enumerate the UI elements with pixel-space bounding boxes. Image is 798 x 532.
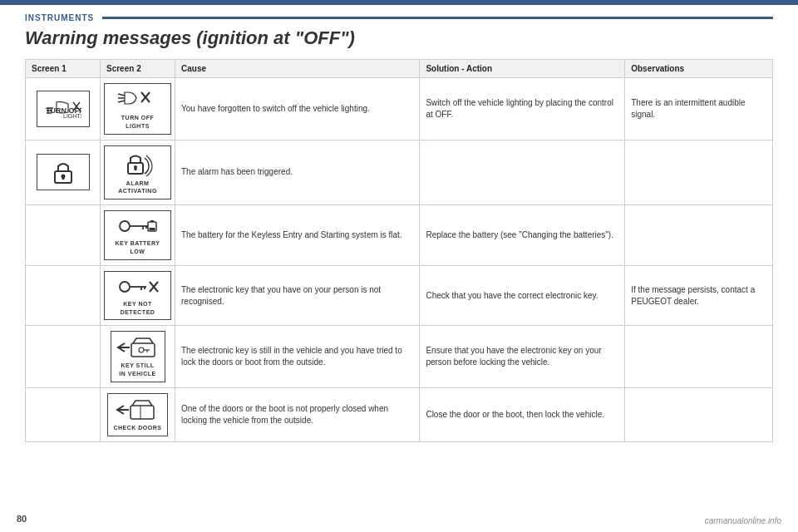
cause-cell: The battery for the Keyless Entry and St… <box>175 205 420 266</box>
screen2-cell: ALARM ACTIVATING <box>101 140 175 205</box>
screen2-cell: KEY BATTERY LOW <box>101 205 175 266</box>
observations-cell: If the message persists, contact a PEUGE… <box>625 265 773 326</box>
warning-table: Screen 1 Screen 2 Cause Solution - Actio… <box>25 59 773 442</box>
screen2-cell: KEY NOT DETECTED <box>101 265 175 326</box>
svg-line-7 <box>118 94 125 96</box>
svg-point-25 <box>120 282 130 292</box>
table-row: KEY BATTERY LOW The battery for the Keyl… <box>26 205 773 266</box>
observations-cell <box>625 326 773 388</box>
table-row: KEY STILLIN VEHICLE The electronic key i… <box>26 326 773 388</box>
observations-cell <box>625 140 773 205</box>
svg-rect-32 <box>131 343 155 357</box>
svg-text:LIGHTS: LIGHTS <box>63 113 81 119</box>
section-label: Instruments <box>25 13 773 22</box>
page-number: 80 <box>17 514 27 524</box>
screen1-cell <box>26 140 101 205</box>
solution-cell: Check that you have the correct electron… <box>420 265 625 326</box>
screen1-cell <box>26 387 101 441</box>
cause-cell: You have forgotten to switch off the veh… <box>175 78 420 140</box>
solution-cell: Close the door or the boot, then lock th… <box>420 387 625 441</box>
solution-cell: Replace the battery (see "Changing the b… <box>420 205 625 266</box>
bottom-logo: carmanualonline.info <box>705 516 781 525</box>
col-screen2: Screen 2 <box>101 60 175 78</box>
svg-rect-14 <box>62 176 64 180</box>
table-header-row: Screen 1 Screen 2 Cause Solution - Actio… <box>26 60 773 78</box>
svg-rect-23 <box>150 220 154 222</box>
col-screen1: Screen 1 <box>26 60 101 78</box>
table-row: KEY NOT DETECTED The electronic key that… <box>26 265 773 326</box>
cause-cell: The electronic key is still in the vehic… <box>175 326 420 388</box>
col-observations: Observations <box>625 60 773 78</box>
screen1-cell <box>26 205 101 266</box>
solution-cell: Ensure that you have the electronic key … <box>420 326 625 388</box>
screen1-cell: TURN OFF LIGHTS <box>26 78 101 140</box>
svg-rect-17 <box>134 167 136 170</box>
col-solution: Solution - Action <box>420 60 625 78</box>
table-row: ALARM ACTIVATING The alarm has been trig… <box>26 140 773 205</box>
page-content: Instruments Warning messages (ignition a… <box>0 5 798 451</box>
section-text: Instruments <box>25 13 94 22</box>
col-cause: Cause <box>175 60 420 78</box>
screen1-cell <box>26 265 101 326</box>
svg-rect-24 <box>149 228 155 230</box>
cause-cell: The alarm has been triggered. <box>175 140 420 205</box>
solution-cell <box>420 140 625 205</box>
page-title: Warning messages (ignition at "OFF") <box>25 27 773 49</box>
screen2-cell: TURN OFF LIGHTS <box>101 78 175 140</box>
svg-point-18 <box>120 221 130 231</box>
observations-cell: There is an intermittent audible signal. <box>625 78 773 140</box>
table-row: TURN OFF LIGHTS <box>26 78 773 140</box>
svg-point-33 <box>139 347 144 352</box>
observations-cell <box>625 205 773 266</box>
svg-line-9 <box>118 101 125 102</box>
screen2-cell: KEY STILLIN VEHICLE <box>101 326 175 388</box>
observations-cell <box>625 387 773 441</box>
screen2-cell: CHECK DOORS <box>101 387 175 441</box>
table-row: CHECK DOORS One of the doors or the boot… <box>26 387 773 441</box>
cause-cell: One of the doors or the boot is not prop… <box>175 387 420 441</box>
svg-rect-37 <box>131 406 154 419</box>
solution-cell: Switch off the vehicle lighting by placi… <box>420 78 625 140</box>
screen1-cell <box>26 326 101 388</box>
cause-cell: The electronic key that you have on your… <box>175 265 420 326</box>
